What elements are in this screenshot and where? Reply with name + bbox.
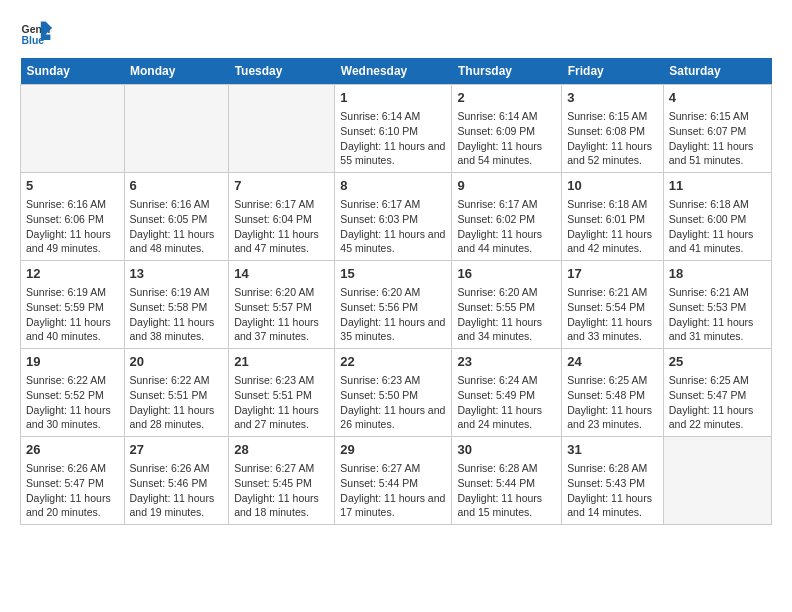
day-number: 16 xyxy=(457,265,556,283)
sunset-text: Sunset: 6:00 PM xyxy=(669,213,747,225)
calendar-cell: 6Sunrise: 6:16 AMSunset: 6:05 PMDaylight… xyxy=(124,173,229,261)
daylight-text: Daylight: 11 hours and 27 minutes. xyxy=(234,404,319,431)
sunset-text: Sunset: 5:55 PM xyxy=(457,301,535,313)
calendar-cell: 30Sunrise: 6:28 AMSunset: 5:44 PMDayligh… xyxy=(452,437,562,525)
sunset-text: Sunset: 5:57 PM xyxy=(234,301,312,313)
sunset-text: Sunset: 5:50 PM xyxy=(340,389,418,401)
daylight-text: Daylight: 11 hours and 35 minutes. xyxy=(340,316,445,343)
daylight-text: Daylight: 11 hours and 54 minutes. xyxy=(457,140,542,167)
sunset-text: Sunset: 5:44 PM xyxy=(457,477,535,489)
calendar-cell: 24Sunrise: 6:25 AMSunset: 5:48 PMDayligh… xyxy=(562,349,663,437)
day-header-tuesday: Tuesday xyxy=(229,58,335,85)
day-header-wednesday: Wednesday xyxy=(335,58,452,85)
day-number: 31 xyxy=(567,441,657,459)
day-number: 23 xyxy=(457,353,556,371)
day-number: 2 xyxy=(457,89,556,107)
daylight-text: Daylight: 11 hours and 51 minutes. xyxy=(669,140,754,167)
calendar-cell: 28Sunrise: 6:27 AMSunset: 5:45 PMDayligh… xyxy=(229,437,335,525)
calendar-cell: 3Sunrise: 6:15 AMSunset: 6:08 PMDaylight… xyxy=(562,85,663,173)
sunrise-text: Sunrise: 6:27 AM xyxy=(234,462,314,474)
sunrise-text: Sunrise: 6:21 AM xyxy=(669,286,749,298)
daylight-text: Daylight: 11 hours and 47 minutes. xyxy=(234,228,319,255)
day-number: 4 xyxy=(669,89,766,107)
day-number: 15 xyxy=(340,265,446,283)
sunrise-text: Sunrise: 6:26 AM xyxy=(26,462,106,474)
sunset-text: Sunset: 6:05 PM xyxy=(130,213,208,225)
calendar-table: SundayMondayTuesdayWednesdayThursdayFrid… xyxy=(20,58,772,525)
week-row-3: 12Sunrise: 6:19 AMSunset: 5:59 PMDayligh… xyxy=(21,261,772,349)
daylight-text: Daylight: 11 hours and 24 minutes. xyxy=(457,404,542,431)
day-number: 17 xyxy=(567,265,657,283)
calendar-cell: 11Sunrise: 6:18 AMSunset: 6:00 PMDayligh… xyxy=(663,173,771,261)
calendar-cell: 15Sunrise: 6:20 AMSunset: 5:56 PMDayligh… xyxy=(335,261,452,349)
day-header-friday: Friday xyxy=(562,58,663,85)
sunset-text: Sunset: 5:52 PM xyxy=(26,389,104,401)
calendar-cell: 19Sunrise: 6:22 AMSunset: 5:52 PMDayligh… xyxy=(21,349,125,437)
day-number: 20 xyxy=(130,353,224,371)
sunset-text: Sunset: 5:54 PM xyxy=(567,301,645,313)
calendar-cell: 10Sunrise: 6:18 AMSunset: 6:01 PMDayligh… xyxy=(562,173,663,261)
day-number: 14 xyxy=(234,265,329,283)
day-number: 21 xyxy=(234,353,329,371)
calendar-cell: 1Sunrise: 6:14 AMSunset: 6:10 PMDaylight… xyxy=(335,85,452,173)
daylight-text: Daylight: 11 hours and 14 minutes. xyxy=(567,492,652,519)
page-header: General Blue xyxy=(20,20,772,48)
sunset-text: Sunset: 6:07 PM xyxy=(669,125,747,137)
daylight-text: Daylight: 11 hours and 45 minutes. xyxy=(340,228,445,255)
sunrise-text: Sunrise: 6:20 AM xyxy=(457,286,537,298)
daylight-text: Daylight: 11 hours and 19 minutes. xyxy=(130,492,215,519)
sunrise-text: Sunrise: 6:26 AM xyxy=(130,462,210,474)
day-number: 5 xyxy=(26,177,119,195)
calendar-cell xyxy=(229,85,335,173)
daylight-text: Daylight: 11 hours and 44 minutes. xyxy=(457,228,542,255)
calendar-cell: 23Sunrise: 6:24 AMSunset: 5:49 PMDayligh… xyxy=(452,349,562,437)
sunrise-text: Sunrise: 6:22 AM xyxy=(130,374,210,386)
calendar-cell: 14Sunrise: 6:20 AMSunset: 5:57 PMDayligh… xyxy=(229,261,335,349)
sunrise-text: Sunrise: 6:23 AM xyxy=(234,374,314,386)
calendar-cell: 12Sunrise: 6:19 AMSunset: 5:59 PMDayligh… xyxy=(21,261,125,349)
daylight-text: Daylight: 11 hours and 52 minutes. xyxy=(567,140,652,167)
calendar-cell xyxy=(21,85,125,173)
day-number: 28 xyxy=(234,441,329,459)
sunrise-text: Sunrise: 6:14 AM xyxy=(457,110,537,122)
sunrise-text: Sunrise: 6:19 AM xyxy=(130,286,210,298)
calendar-cell: 16Sunrise: 6:20 AMSunset: 5:55 PMDayligh… xyxy=(452,261,562,349)
day-number: 8 xyxy=(340,177,446,195)
logo-icon: General Blue xyxy=(20,20,52,48)
daylight-text: Daylight: 11 hours and 17 minutes. xyxy=(340,492,445,519)
calendar-cell: 26Sunrise: 6:26 AMSunset: 5:47 PMDayligh… xyxy=(21,437,125,525)
sunrise-text: Sunrise: 6:20 AM xyxy=(340,286,420,298)
day-header-sunday: Sunday xyxy=(21,58,125,85)
sunset-text: Sunset: 5:51 PM xyxy=(130,389,208,401)
sunset-text: Sunset: 6:08 PM xyxy=(567,125,645,137)
sunset-text: Sunset: 5:46 PM xyxy=(130,477,208,489)
day-number: 30 xyxy=(457,441,556,459)
daylight-text: Daylight: 11 hours and 49 minutes. xyxy=(26,228,111,255)
sunrise-text: Sunrise: 6:16 AM xyxy=(26,198,106,210)
calendar-cell: 31Sunrise: 6:28 AMSunset: 5:43 PMDayligh… xyxy=(562,437,663,525)
daylight-text: Daylight: 11 hours and 30 minutes. xyxy=(26,404,111,431)
sunrise-text: Sunrise: 6:27 AM xyxy=(340,462,420,474)
sunset-text: Sunset: 6:02 PM xyxy=(457,213,535,225)
calendar-cell: 25Sunrise: 6:25 AMSunset: 5:47 PMDayligh… xyxy=(663,349,771,437)
day-number: 3 xyxy=(567,89,657,107)
sunrise-text: Sunrise: 6:14 AM xyxy=(340,110,420,122)
calendar-cell: 21Sunrise: 6:23 AMSunset: 5:51 PMDayligh… xyxy=(229,349,335,437)
sunset-text: Sunset: 6:04 PM xyxy=(234,213,312,225)
sunrise-text: Sunrise: 6:20 AM xyxy=(234,286,314,298)
daylight-text: Daylight: 11 hours and 18 minutes. xyxy=(234,492,319,519)
daylight-text: Daylight: 11 hours and 42 minutes. xyxy=(567,228,652,255)
calendar-cell: 20Sunrise: 6:22 AMSunset: 5:51 PMDayligh… xyxy=(124,349,229,437)
daylight-text: Daylight: 11 hours and 31 minutes. xyxy=(669,316,754,343)
sunrise-text: Sunrise: 6:25 AM xyxy=(567,374,647,386)
calendar-cell: 27Sunrise: 6:26 AMSunset: 5:46 PMDayligh… xyxy=(124,437,229,525)
day-number: 29 xyxy=(340,441,446,459)
logo: General Blue xyxy=(20,20,52,48)
daylight-text: Daylight: 11 hours and 41 minutes. xyxy=(669,228,754,255)
calendar-cell: 29Sunrise: 6:27 AMSunset: 5:44 PMDayligh… xyxy=(335,437,452,525)
sunrise-text: Sunrise: 6:16 AM xyxy=(130,198,210,210)
sunrise-text: Sunrise: 6:15 AM xyxy=(567,110,647,122)
sunrise-text: Sunrise: 6:15 AM xyxy=(669,110,749,122)
sunset-text: Sunset: 5:47 PM xyxy=(669,389,747,401)
daylight-text: Daylight: 11 hours and 38 minutes. xyxy=(130,316,215,343)
